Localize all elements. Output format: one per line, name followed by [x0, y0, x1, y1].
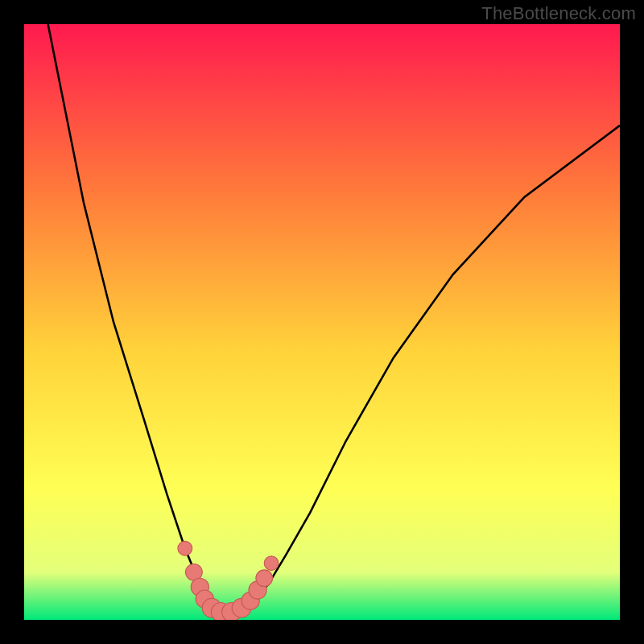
marker-point — [264, 556, 279, 571]
attribution-label: TheBottleneck.com — [481, 3, 636, 24]
chart-svg — [24, 24, 620, 620]
marker-point — [178, 541, 192, 555]
marker-point — [256, 570, 273, 587]
chart-frame: TheBottleneck.com — [0, 0, 644, 644]
plot-area — [24, 24, 620, 620]
